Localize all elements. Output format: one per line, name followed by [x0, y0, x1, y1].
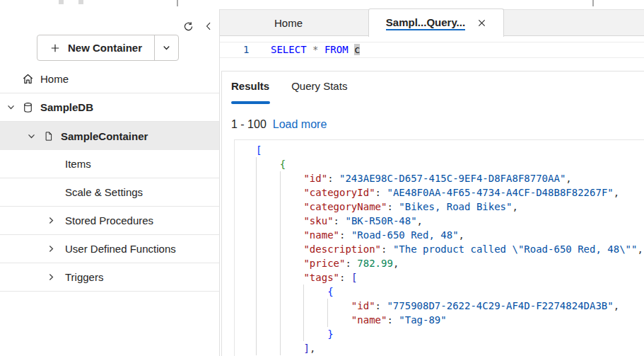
- home-icon: [21, 72, 35, 86]
- code-line: "price": 782.99,: [256, 256, 643, 270]
- resource-tree: Home SampleDB: [0, 65, 219, 292]
- data-explorer-screen: New Container Home: [0, 0, 644, 356]
- sidebar-item-label: SampleDB: [40, 101, 93, 113]
- sidebar-item-label: Scale & Settings: [65, 186, 143, 198]
- sidebar-item-samplecontainer-selected[interactable]: SampleContainer: [0, 122, 219, 150]
- top-edge-artifact: [592, 0, 594, 6]
- chevron-down-icon: [162, 43, 171, 52]
- tab-home[interactable]: Home: [257, 10, 320, 35]
- code-line: {: [256, 157, 643, 171]
- query-results-panel: Results Query Stats 1 - 100 Load more [ …: [221, 71, 644, 356]
- code-line: "description": "The product called \"Roa…: [256, 242, 643, 256]
- chevron-down-icon: [6, 103, 16, 112]
- results-json-editor[interactable]: [ { "id": "243AE98C-D657-415C-9EF4-D8FA8…: [234, 139, 644, 356]
- sidebar-item-label: Home: [40, 73, 69, 85]
- tab-results[interactable]: Results: [231, 80, 269, 92]
- code-line: "id": "775908D7-2622-4C29-AF4D-F2274824D…: [256, 299, 643, 313]
- query-text: SELECT * FROM c: [271, 42, 360, 57]
- tab-query-label: Sampl...Query...: [386, 16, 465, 30]
- refresh-icon: [182, 21, 194, 33]
- close-tab-button[interactable]: [476, 18, 486, 28]
- chevron-right-icon: [47, 272, 56, 282]
- top-edge-strip: [0, 0, 644, 9]
- plus-icon: [49, 42, 61, 54]
- code-line: "tags": [: [256, 270, 643, 285]
- code-line: ],: [256, 341, 643, 355]
- tab-home-label: Home: [274, 17, 303, 29]
- top-edge-artifact: [177, 0, 178, 6]
- code-line: "id": "243AE98C-D657-415C-9EF4-D8FA8F877…: [256, 171, 643, 185]
- results-range: 1 - 100: [231, 118, 267, 131]
- chevron-right-icon: [47, 216, 56, 225]
- sidebar-item-label: User Defined Functions: [65, 243, 176, 255]
- sidebar-item-label: Stored Procedures: [65, 214, 153, 226]
- load-more-link[interactable]: Load more: [273, 118, 327, 131]
- code-line: "sku": "BK-R50R-48",: [256, 214, 643, 228]
- code-line: "name": "Road-650 Red, 48",: [256, 228, 643, 242]
- document-tab-bar: Home Sampl...Query...: [220, 9, 644, 36]
- new-container-button[interactable]: New Container: [37, 35, 154, 60]
- sidebar-item-stored-procedures[interactable]: Stored Procedures: [0, 207, 219, 235]
- tab-query-stats[interactable]: Query Stats: [291, 80, 347, 92]
- chevron-left-icon: [204, 21, 213, 31]
- top-edge-artifact: [59, 0, 64, 4]
- query-editor[interactable]: 1 SELECT * FROM c: [220, 36, 644, 71]
- code-line: "name": "Tag-89": [256, 313, 643, 327]
- refresh-button[interactable]: [180, 18, 196, 34]
- results-pivot-tabs: Results Query Stats: [231, 80, 347, 92]
- code-line: {: [256, 285, 643, 299]
- sidebar-item-home[interactable]: Home: [0, 65, 219, 93]
- database-icon: [22, 101, 34, 114]
- new-container-split-button: New Container: [37, 35, 179, 61]
- tab-query-active[interactable]: Sampl...Query...: [368, 8, 504, 37]
- results-range-row: 1 - 100 Load more: [231, 118, 327, 131]
- sidebar-item-scale-settings[interactable]: Scale & Settings: [0, 178, 219, 207]
- chevron-down-icon: [27, 132, 36, 141]
- resource-tree-sidebar: New Container Home: [0, 9, 220, 356]
- sidebar-item-items[interactable]: Items: [0, 150, 219, 178]
- close-icon: [478, 19, 486, 27]
- sidebar-item-sampledb[interactable]: SampleDB: [0, 93, 219, 122]
- new-container-dropdown-button[interactable]: [154, 35, 178, 60]
- document-icon: [43, 130, 54, 142]
- sidebar-item-label: Triggers: [65, 271, 103, 283]
- sidebar-item-label: SampleContainer: [61, 130, 148, 142]
- collapse-sidebar-button[interactable]: [201, 18, 216, 34]
- code-line: [: [256, 143, 643, 157]
- sidebar-item-triggers[interactable]: Triggers: [0, 263, 219, 292]
- code-line: }: [256, 327, 643, 341]
- new-container-label: New Container: [68, 42, 142, 54]
- top-edge-artifact: [78, 0, 83, 4]
- line-number: 1: [243, 42, 249, 57]
- active-tab-indicator: [231, 101, 270, 104]
- code-line: "categoryName": "Bikes, Road Bikes",: [256, 200, 643, 214]
- code-line: "categoryId": "AE48F0AA-4F65-4734-A4CF-D…: [256, 185, 643, 200]
- chevron-right-icon: [47, 244, 56, 253]
- sidebar-item-user-defined-functions[interactable]: User Defined Functions: [0, 235, 219, 263]
- sidebar-item-label: Items: [65, 158, 91, 170]
- result-document-json: [ { "id": "243AE98C-D657-415C-9EF4-D8FA8…: [256, 143, 643, 355]
